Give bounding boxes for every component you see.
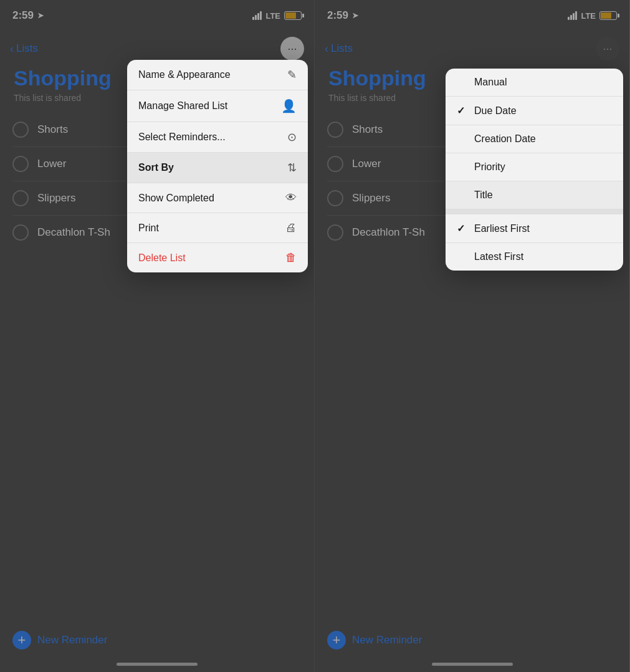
sort-item-manual[interactable]: Manual [446,69,623,97]
sort-check-earliest-first: ✓ [457,223,470,234]
sort-label-creation-date: Creation Date [474,133,536,145]
shared-icon: 👤 [281,98,297,113]
eye-icon: 👁 [285,191,297,204]
right-phone-panel: 2:59 ➤ LTE ‹ Lists ··· Shopping Th [315,0,629,672]
checkmark-circle-icon: ⊙ [287,130,297,144]
menu-label-delete-list: Delete List [138,252,186,264]
sort-submenu: Manual ✓ Due Date Creation Date Priority… [446,69,623,271]
sort-item-priority[interactable]: Priority [446,153,623,181]
sort-check-priority [457,161,470,173]
menu-item-name-appearance[interactable]: Name & Appearance ✎ [127,60,308,90]
menu-label-show-completed: Show Completed [138,193,214,204]
menu-label-sort-by: Sort By [138,162,174,173]
sort-label-latest-first: Latest First [474,251,523,262]
sort-section-divider [446,209,623,214]
menu-item-manage-shared[interactable]: Manage Shared List 👤 [127,90,308,122]
sort-label-earliest-first: Earliest First [474,223,530,234]
sort-item-creation-date[interactable]: Creation Date [446,125,623,153]
sort-check-manual [457,77,470,88]
print-icon: 🖨 [285,221,297,234]
menu-item-print[interactable]: Print 🖨 [127,213,308,243]
sort-item-title[interactable]: Title [446,181,623,209]
menu-label-manage-shared: Manage Shared List [138,100,227,112]
sort-item-earliest-first[interactable]: ✓ Earliest First [446,214,623,243]
left-context-menu: Name & Appearance ✎ Manage Shared List 👤… [127,60,308,272]
menu-item-sort-by[interactable]: Sort By ⇅ [127,153,308,183]
menu-label-print: Print [138,223,159,234]
sort-label-manual: Manual [474,77,507,88]
sort-item-latest-first[interactable]: Latest First [446,243,623,271]
menu-label-select-reminders: Select Reminders... [138,132,226,143]
trash-icon: 🗑 [285,251,297,264]
sort-label-title: Title [474,190,493,201]
sort-label-due-date: Due Date [474,105,517,117]
sort-check-title [457,190,470,201]
menu-label-name-appearance: Name & Appearance [138,69,231,80]
sort-icon: ⇅ [287,161,297,175]
sort-label-priority: Priority [474,161,505,173]
sort-check-latest-first [457,251,470,262]
sort-item-due-date[interactable]: ✓ Due Date [446,97,623,125]
menu-item-show-completed[interactable]: Show Completed 👁 [127,183,308,213]
menu-item-delete-list[interactable]: Delete List 🗑 [127,243,308,272]
sort-check-due-date: ✓ [457,105,470,117]
pencil-icon: ✎ [287,68,297,82]
menu-item-select-reminders[interactable]: Select Reminders... ⊙ [127,122,308,153]
sort-check-creation-date [457,133,470,145]
left-phone-panel: 2:59 ➤ LTE ‹ Lists ··· Shopping Th [0,0,315,672]
